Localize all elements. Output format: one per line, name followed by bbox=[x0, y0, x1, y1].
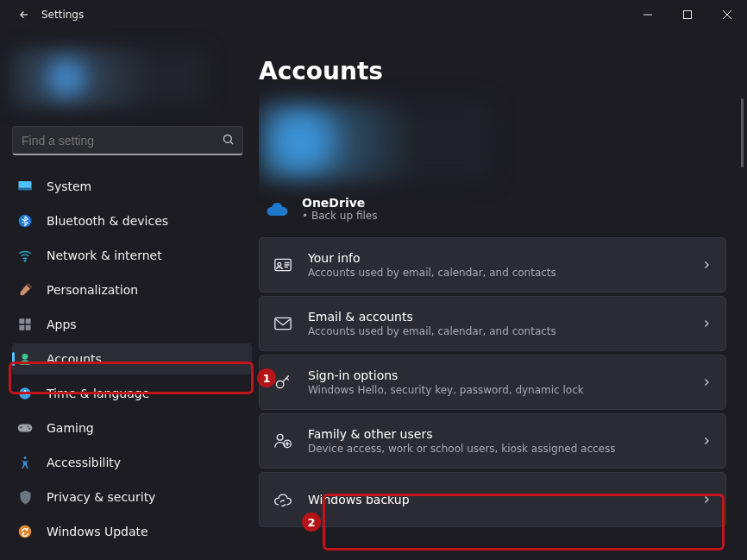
content-pane: Accounts OneDrive Back up files Your inf… bbox=[259, 29, 747, 560]
svg-point-20 bbox=[277, 381, 284, 387]
chevron-right-icon bbox=[701, 433, 712, 450]
sidebar-item-system[interactable]: System bbox=[12, 171, 252, 202]
svg-rect-3 bbox=[19, 188, 32, 191]
search-icon bbox=[222, 133, 235, 149]
sidebar-item-label: Privacy & security bbox=[47, 490, 155, 504]
card-signin[interactable]: Sign-in optionsWindows Hello, security k… bbox=[259, 355, 726, 410]
gamepad-icon bbox=[17, 420, 33, 436]
key-icon bbox=[273, 373, 292, 392]
display-icon bbox=[17, 179, 33, 194]
search-input[interactable] bbox=[12, 126, 243, 155]
card-subtitle: Device access, work or school users, kio… bbox=[308, 443, 686, 455]
wifi-icon bbox=[17, 248, 33, 263]
sidebar-item-accessibility[interactable]: Accessibility bbox=[12, 447, 252, 478]
sidebar-item-label: Accounts bbox=[47, 352, 102, 366]
svg-rect-9 bbox=[26, 325, 31, 330]
sidebar-item-apps[interactable]: Apps bbox=[12, 309, 252, 340]
svg-point-5 bbox=[24, 260, 26, 261]
card-family[interactable]: Family & other usersDevice access, work … bbox=[259, 413, 726, 469]
sidebar-item-network[interactable]: Network & internet bbox=[12, 240, 252, 271]
card-title: Windows backup bbox=[308, 493, 686, 507]
svg-point-13 bbox=[28, 426, 29, 428]
card-title: Your info bbox=[308, 251, 686, 265]
svg-point-21 bbox=[277, 434, 283, 440]
brush-icon bbox=[17, 282, 33, 298]
svg-point-14 bbox=[28, 428, 30, 430]
sidebar-item-gaming[interactable]: Gaming bbox=[12, 412, 252, 444]
add-user-icon bbox=[273, 431, 292, 450]
minimize-button[interactable] bbox=[628, 0, 668, 29]
sidebar-item-label: Time & language bbox=[47, 387, 149, 400]
window-controls bbox=[628, 0, 747, 29]
chevron-right-icon bbox=[701, 257, 712, 274]
cloud-sync-icon bbox=[273, 490, 292, 509]
chevron-right-icon bbox=[701, 374, 712, 391]
card-subtitle: Accounts used by email, calendar, and co… bbox=[308, 325, 686, 337]
svg-rect-19 bbox=[275, 318, 291, 329]
sidebar-item-personalization[interactable]: Personalization bbox=[12, 274, 252, 305]
apps-grid-icon bbox=[17, 317, 33, 332]
window-title: Settings bbox=[41, 9, 84, 21]
accessibility-icon bbox=[17, 455, 33, 470]
sidebar: SystemBluetooth & devicesNetwork & inter… bbox=[0, 29, 259, 560]
sidebar-item-label: Personalization bbox=[47, 283, 138, 297]
id-card-icon bbox=[273, 255, 292, 274]
card-title: Sign-in options bbox=[308, 368, 686, 382]
svg-rect-8 bbox=[19, 325, 24, 330]
onedrive-status[interactable]: OneDrive Back up files bbox=[266, 196, 726, 222]
mail-icon bbox=[273, 314, 292, 333]
chevron-right-icon bbox=[701, 492, 712, 508]
card-email[interactable]: Email & accountsAccounts used by email, … bbox=[259, 296, 726, 351]
title-bar: Settings bbox=[0, 0, 747, 29]
sidebar-item-label: Gaming bbox=[47, 421, 94, 435]
sidebar-nav: SystemBluetooth & devicesNetwork & inter… bbox=[12, 171, 252, 547]
back-arrow-icon bbox=[18, 9, 30, 21]
annotation-badge-1: 1 bbox=[257, 368, 276, 387]
bluetooth-icon bbox=[17, 213, 33, 229]
sidebar-item-label: Network & internet bbox=[47, 249, 162, 262]
svg-point-18 bbox=[278, 262, 281, 266]
onedrive-cloud-icon bbox=[266, 198, 288, 220]
close-button[interactable] bbox=[707, 0, 747, 29]
card-backup[interactable]: Windows backup bbox=[259, 472, 726, 527]
settings-card-list: Your infoAccounts used by email, calenda… bbox=[259, 237, 726, 527]
page-title: Accounts bbox=[259, 57, 726, 85]
card-subtitle: Windows Hello, security key, password, d… bbox=[308, 384, 686, 396]
user-profile-header[interactable] bbox=[12, 48, 206, 107]
svg-rect-6 bbox=[19, 318, 24, 324]
maximize-button[interactable] bbox=[668, 0, 707, 29]
sidebar-item-label: System bbox=[47, 179, 91, 193]
sidebar-item-accounts[interactable]: Accounts bbox=[12, 343, 252, 374]
sidebar-item-label: Windows Update bbox=[47, 525, 148, 538]
sidebar-item-privacy[interactable]: Privacy & security bbox=[12, 481, 252, 513]
refresh-icon bbox=[17, 524, 33, 539]
svg-rect-7 bbox=[26, 318, 31, 324]
sidebar-item-label: Apps bbox=[47, 318, 77, 331]
sidebar-item-update[interactable]: Windows Update bbox=[12, 516, 252, 547]
sidebar-item-time[interactable]: Time & language bbox=[12, 378, 252, 409]
chevron-right-icon bbox=[701, 316, 712, 332]
card-your-info[interactable]: Your infoAccounts used by email, calenda… bbox=[259, 237, 726, 293]
onedrive-subtitle: Back up files bbox=[302, 210, 377, 222]
sidebar-item-bluetooth[interactable]: Bluetooth & devices bbox=[12, 205, 252, 236]
svg-point-10 bbox=[22, 354, 28, 360]
clock-icon bbox=[17, 386, 33, 401]
search-field[interactable] bbox=[12, 126, 243, 155]
onedrive-title: OneDrive bbox=[302, 196, 377, 210]
svg-rect-0 bbox=[684, 11, 692, 19]
back-button[interactable] bbox=[16, 6, 33, 23]
scrollbar-thumb[interactable] bbox=[741, 98, 744, 167]
card-title: Family & other users bbox=[308, 427, 686, 441]
card-subtitle: Accounts used by email, calendar, and co… bbox=[308, 267, 686, 279]
sidebar-item-label: Accessibility bbox=[47, 456, 121, 469]
card-title: Email & accounts bbox=[308, 310, 686, 324]
shield-icon bbox=[17, 489, 33, 505]
account-profile-card[interactable] bbox=[259, 103, 492, 180]
svg-point-15 bbox=[24, 456, 27, 459]
svg-point-1 bbox=[224, 135, 232, 143]
sidebar-item-label: Bluetooth & devices bbox=[47, 214, 168, 228]
annotation-badge-2: 2 bbox=[302, 513, 321, 532]
person-icon bbox=[17, 351, 33, 367]
